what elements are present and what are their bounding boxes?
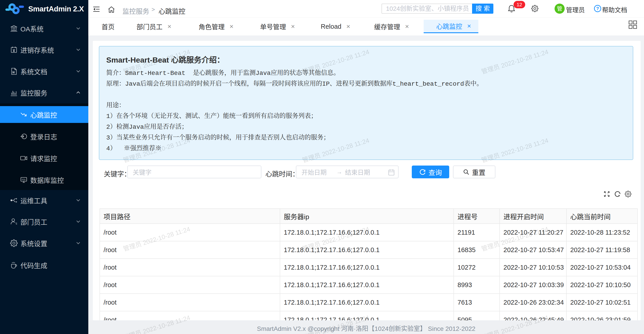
svg-text:SQL: SQL	[22, 178, 26, 181]
